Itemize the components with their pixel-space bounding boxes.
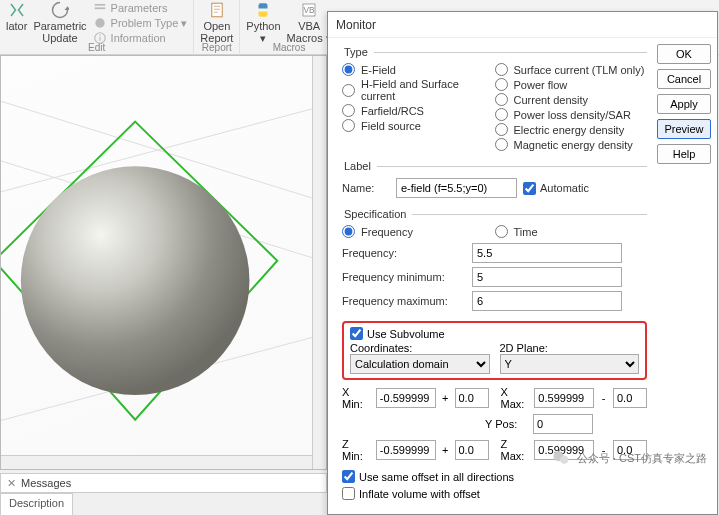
name-input[interactable] <box>396 178 517 198</box>
messages-panel-header[interactable]: ✕ Messages <box>0 473 327 493</box>
messages-label: Messages <box>21 477 71 489</box>
subvolume-highlight: Use Subvolume Coordinates: 2D Plane: Cal… <box>342 321 647 380</box>
ribbon-item-information: Information <box>93 31 188 45</box>
radio-frequency[interactable]: Frequency <box>342 224 495 239</box>
min-input[interactable] <box>376 388 436 408</box>
svg-text:VB: VB <box>304 6 316 15</box>
spec-input[interactable] <box>472 267 622 287</box>
ribbon-group-report: Open Report Report <box>194 0 240 55</box>
radio-farfield[interactable]: Farfield/RCS <box>342 103 495 118</box>
automatic-checkbox[interactable]: Automatic <box>523 182 647 195</box>
scene <box>1 56 326 468</box>
max-input[interactable] <box>534 388 594 408</box>
radio-hfield[interactable]: H-Field and Surface current <box>342 77 495 103</box>
ribbon-item-lator[interactable]: lator <box>6 1 27 32</box>
radio-pflow[interactable]: Power flow <box>495 77 648 92</box>
specification-group: Specification Frequency Time Frequency:F… <box>342 208 647 315</box>
preview-button[interactable]: Preview <box>657 119 711 139</box>
svg-point-2 <box>95 18 104 27</box>
wechat-icon <box>551 448 571 468</box>
ribbon-item-parameters: Parameters <box>93 1 188 15</box>
radio-eeng[interactable]: Electric energy density <box>495 122 648 137</box>
svg-rect-1 <box>94 7 105 9</box>
radio-tlm[interactable]: Surface current (TLM only) <box>495 62 648 77</box>
help-button[interactable]: Help <box>657 144 711 164</box>
same-offset-checkbox[interactable]: Use same offset in all directions <box>342 470 647 483</box>
coordinates-select[interactable]: Calculation domain <box>350 354 490 374</box>
max-input[interactable] <box>533 414 593 434</box>
ribbon-item-vba[interactable]: VB VBA Macros ▾ <box>287 1 332 44</box>
coordinates-label: Coordinates: <box>350 342 490 354</box>
description-tab[interactable]: Description <box>0 493 73 515</box>
name-label: Name: <box>342 182 390 194</box>
svg-point-14 <box>560 456 568 464</box>
radio-efield[interactable]: E-Field <box>342 62 495 77</box>
close-icon[interactable]: ✕ <box>1 477 21 490</box>
use-subvolume-checkbox[interactable]: Use Subvolume <box>350 327 639 340</box>
ok-button[interactable]: OK <box>657 44 711 64</box>
svg-rect-6 <box>212 3 223 17</box>
dialog-buttons: OK Cancel Apply Preview Help <box>657 38 717 514</box>
ribbon-group-edit: lator Parametric Update Parameters Probl… <box>0 0 194 55</box>
ribbon-item-param-update[interactable]: Parametric Update <box>33 1 86 44</box>
ribbon-group-label: Macros <box>273 42 306 55</box>
label-group: Label Name: Automatic <box>342 160 647 202</box>
ribbon-item-open-report[interactable]: Open Report <box>200 1 233 44</box>
monitor-dialog: Monitor Type E-FieldH-Field and Surface … <box>327 11 718 515</box>
ribbon-item-python[interactable]: Python ▾ <box>246 1 280 44</box>
ribbon-group-label: Edit <box>88 42 105 55</box>
plane-select[interactable]: Y <box>500 354 640 374</box>
radio-fieldsrc[interactable]: Field source <box>342 118 495 133</box>
offset-input[interactable] <box>455 388 489 408</box>
min-input[interactable] <box>376 440 436 460</box>
scrollbar-vertical[interactable] <box>312 56 326 469</box>
type-group: Type E-FieldH-Field and Surface currentF… <box>342 46 647 154</box>
3d-viewport[interactable] <box>0 55 327 470</box>
ribbon-group-label: Report <box>202 42 232 55</box>
label-legend: Label <box>342 160 377 172</box>
watermark: 公众号 · CST仿真专家之路 <box>551 448 707 468</box>
cancel-button[interactable]: Cancel <box>657 69 711 89</box>
svg-rect-0 <box>94 4 105 6</box>
spec-input[interactable] <box>472 243 622 263</box>
specification-legend: Specification <box>342 208 412 220</box>
radio-cdens[interactable]: Current density <box>495 92 648 107</box>
spec-input[interactable] <box>472 291 622 311</box>
plane-label: 2D Plane: <box>500 342 640 354</box>
ribbon-item-problem-type: Problem Type ▾ <box>93 16 188 30</box>
sphere <box>21 166 250 395</box>
scrollbar-horizontal[interactable] <box>1 455 312 469</box>
dialog-titlebar[interactable]: Monitor <box>328 12 717 38</box>
inflate-checkbox[interactable]: Inflate volume with offset <box>342 487 647 500</box>
radio-time[interactable]: Time <box>495 224 648 239</box>
ribbon-group-macros: Python ▾ VB VBA Macros ▾ Macros <box>240 0 337 55</box>
radio-meng[interactable]: Magnetic energy density <box>495 137 648 152</box>
type-legend: Type <box>342 46 374 58</box>
offset-input[interactable] <box>455 440 489 460</box>
apply-button[interactable]: Apply <box>657 94 711 114</box>
svg-rect-5 <box>99 35 100 36</box>
offset-input[interactable] <box>613 388 647 408</box>
svg-rect-4 <box>99 37 100 41</box>
radio-ploss[interactable]: Power loss density/SAR <box>495 107 648 122</box>
